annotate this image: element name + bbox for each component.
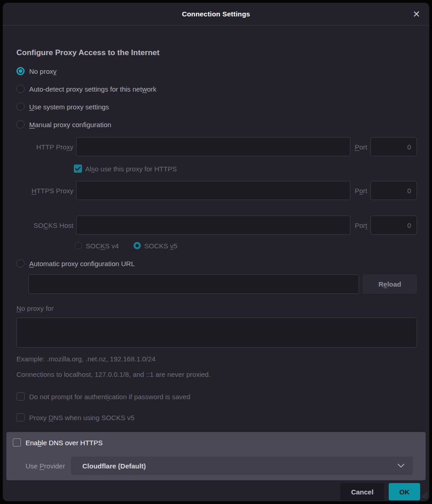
http-proxy-label: HTTP Proxy (16, 143, 73, 151)
manual-proxy-label: Manual proxy configuration (29, 121, 111, 129)
socks-v5-radio (134, 242, 141, 249)
auto-config-radio[interactable] (16, 259, 25, 267)
auto-detect-option[interactable]: Auto-detect proxy settings for this netw… (16, 83, 417, 94)
screen: Connection Settings ✕ Configure Proxy Ac… (0, 0, 432, 504)
checkmark-icon (75, 166, 81, 171)
pac-url-row: Reload (28, 274, 417, 294)
https-proxy-row: HTTPS Proxy Port (16, 181, 417, 200)
cancel-button[interactable]: Cancel (340, 483, 384, 500)
http-proxy-input (76, 137, 350, 156)
system-proxy-option[interactable]: Use system proxy settings (16, 101, 417, 112)
socks-v4-radio (75, 242, 82, 249)
connection-settings-dialog: Connection Settings ✕ Configure Proxy Ac… (3, 3, 429, 501)
close-button[interactable]: ✕ (409, 7, 424, 21)
auto-detect-label: Auto-detect proxy settings for this netw… (29, 85, 156, 93)
socks-host-row: SOCKS Host Port (16, 216, 417, 235)
enable-doh-label: Enable DNS over HTTPS (26, 439, 103, 447)
manual-proxy-radio[interactable] (16, 120, 25, 129)
http-proxy-row: HTTP Proxy Port (16, 137, 417, 156)
provider-dropdown[interactable]: Cloudflare (Default) (71, 457, 413, 475)
also-https-checkbox (74, 165, 82, 173)
socks-v4-label: SOCKS v4 (86, 242, 119, 250)
manual-proxy-option[interactable]: Manual proxy configuration (16, 119, 417, 130)
dialog-title: Connection Settings (182, 10, 250, 18)
dialog-header: Connection Settings ✕ (3, 3, 429, 26)
http-port-label: Port (355, 143, 367, 151)
example-hint: Example: .mozilla.org, .net.nz, 192.168.… (16, 354, 417, 363)
no-auth-prompt-checkbox (16, 392, 25, 401)
no-auth-prompt-option: Do not prompt for authentication if pass… (16, 391, 417, 401)
resize-grip[interactable] (418, 489, 428, 500)
provider-label: Use Provider (26, 462, 65, 470)
auto-detect-radio[interactable] (16, 85, 25, 93)
no-auth-prompt-label: Do not prompt for authentication if pass… (29, 393, 190, 401)
auto-config-label: Automatic proxy configuration URL (29, 260, 135, 267)
no-proxy-label: No proxy (29, 67, 57, 75)
enable-doh-checkbox[interactable] (13, 438, 21, 447)
localhost-hint: Connections to localhost, 127.0.0.1/8, a… (16, 370, 417, 379)
no-proxy-for-label: No proxy for (16, 303, 417, 313)
proxy-dns-option: Proxy DNS when using SOCKS v5 (16, 412, 417, 422)
https-proxy-input (76, 181, 350, 200)
also-https-option: Also use this proxy for HTTPS (74, 164, 417, 174)
socks-v5-label: SOCKS v5 (144, 242, 178, 250)
https-port-input (370, 181, 417, 200)
chevron-down-icon (397, 463, 405, 468)
system-proxy-label: Use system proxy settings (29, 103, 109, 111)
https-proxy-label: HTTPS Proxy (16, 187, 73, 195)
proxy-dns-label: Proxy DNS when using SOCKS v5 (29, 414, 134, 422)
http-port-input (370, 137, 417, 156)
provider-row: Use Provider Cloudflare (Default) (13, 457, 413, 475)
section-heading: Configure Proxy Access to the Internet (16, 47, 417, 58)
socks-port-input (370, 216, 417, 235)
socks-port-label: Port (355, 221, 367, 229)
dialog-body: Configure Proxy Access to the Internet N… (3, 26, 429, 426)
no-proxy-option[interactable]: No proxy (16, 66, 417, 77)
provider-value: Cloudflare (Default) (82, 462, 397, 470)
no-proxy-for-textarea (16, 318, 417, 348)
reload-button: Reload (363, 274, 417, 294)
socks-version-row: SOCKS v4 SOCKS v5 (75, 241, 417, 251)
enable-doh-option[interactable]: Enable DNS over HTTPS (13, 437, 413, 447)
proxy-dns-checkbox (16, 413, 25, 422)
ok-button[interactable]: OK (389, 483, 420, 500)
pac-url-input (28, 274, 359, 294)
doh-panel: Enable DNS over HTTPS Use Provider Cloud… (6, 432, 426, 480)
also-https-label: Also use this proxy for HTTPS (85, 165, 177, 173)
close-icon: ✕ (413, 10, 421, 19)
auto-config-option[interactable]: Automatic proxy configuration URL (16, 258, 417, 269)
dialog-footer: Cancel OK (3, 480, 429, 501)
system-proxy-radio[interactable] (16, 103, 25, 111)
https-port-label: Port (355, 187, 367, 195)
socks-host-input (76, 216, 350, 235)
socks-host-label: SOCKS Host (16, 221, 73, 229)
no-proxy-radio[interactable] (16, 67, 25, 75)
